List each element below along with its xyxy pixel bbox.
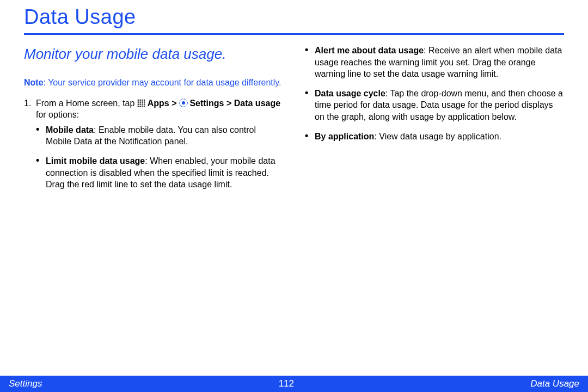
svg-point-15 xyxy=(144,106,145,107)
list-item: • By application: View data usage by app… xyxy=(305,131,564,143)
footer-right: Data Usage xyxy=(530,378,579,389)
data-usage-bold: Data usage xyxy=(234,99,280,108)
svg-point-4 xyxy=(137,101,139,103)
svg-point-13 xyxy=(139,106,141,107)
right-bullets: • Alert me about data usage: Receive an … xyxy=(305,45,564,142)
bullet-bold: By application xyxy=(315,132,374,141)
footer-page-number: 112 xyxy=(279,378,294,389)
bullet-icon: • xyxy=(305,88,315,123)
step-prefix: From a Home screen, tap xyxy=(36,99,137,108)
right-column: • Alert me about data usage: Receive an … xyxy=(305,45,564,198)
svg-point-17 xyxy=(182,101,185,105)
svg-point-0 xyxy=(137,99,139,101)
left-column: Monitor your mobile data usage. Note: Yo… xyxy=(24,45,283,198)
list-item: • Mobile data: Enable mobile data. You c… xyxy=(36,124,283,148)
svg-point-10 xyxy=(142,103,143,105)
step-1: 1. From a Home screen, tap Apps > Settin… xyxy=(24,97,283,191)
step-number: 1. xyxy=(24,97,36,191)
svg-point-3 xyxy=(144,99,145,101)
apps-label: Apps > xyxy=(145,99,179,108)
bullet-bold: Limit mobile data usage xyxy=(46,156,145,166)
list-item: • Alert me about data usage: Receive an … xyxy=(305,45,564,80)
bullet-bold: Data usage cycle xyxy=(315,89,385,98)
svg-point-5 xyxy=(139,101,141,103)
note-label: Note xyxy=(24,78,44,87)
settings-icon xyxy=(179,99,187,107)
bullet-icon: • xyxy=(305,45,315,80)
svg-point-6 xyxy=(142,101,143,103)
list-item: • Limit mobile data usage: When enabled,… xyxy=(36,155,283,191)
bullet-bold: Mobile data xyxy=(46,125,94,134)
bullet-icon: • xyxy=(36,124,46,148)
svg-point-12 xyxy=(137,106,139,107)
bullet-bold: Alert me about data usage xyxy=(315,46,424,55)
footer-left: Settings xyxy=(9,378,42,389)
svg-point-14 xyxy=(142,106,143,107)
subtitle: Monitor your mobile data usage. xyxy=(24,45,283,64)
list-item: • Data usage cycle: Tap the drop-down me… xyxy=(305,88,564,123)
note: Note: Your service provider may account … xyxy=(24,77,283,89)
left-bullets: • Mobile data: Enable mobile data. You c… xyxy=(36,124,283,191)
svg-point-2 xyxy=(142,99,143,101)
bullet-icon: • xyxy=(36,155,46,191)
bullet-icon: • xyxy=(305,131,315,143)
page-title: Data Usage xyxy=(24,5,564,32)
note-text: : Your service provider may account for … xyxy=(44,78,281,87)
apps-icon xyxy=(137,99,145,107)
step-tail: for options: xyxy=(36,110,79,119)
bullet-text: : View data usage by application. xyxy=(374,132,501,141)
footer: Settings 112 Data Usage xyxy=(0,376,588,392)
svg-point-7 xyxy=(144,101,145,103)
svg-point-8 xyxy=(137,103,139,105)
svg-point-1 xyxy=(139,99,141,101)
svg-point-11 xyxy=(144,103,145,105)
svg-point-9 xyxy=(139,103,141,105)
settings-label: Settings > xyxy=(187,99,234,108)
title-rule xyxy=(24,33,564,35)
